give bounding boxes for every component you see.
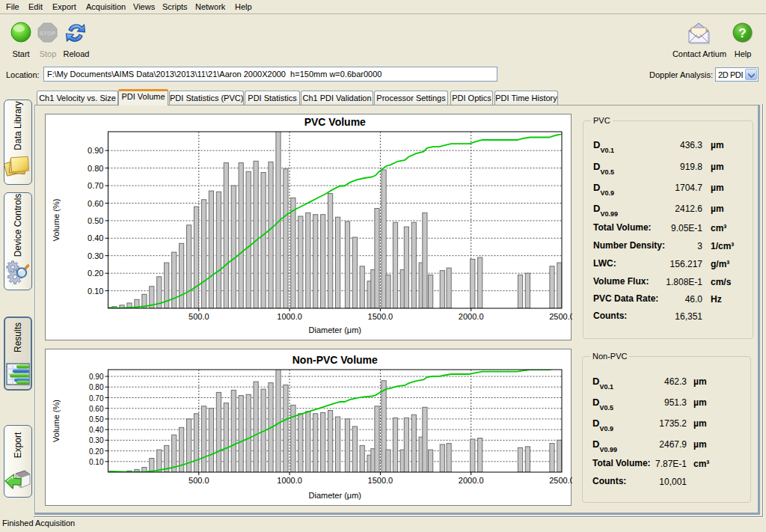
svg-text:Volume (%): Volume (%) — [52, 400, 61, 442]
svg-text:0.40: 0.40 — [88, 233, 103, 242]
svg-text:0.20: 0.20 — [88, 269, 103, 278]
svg-text:1500.0: 1500.0 — [368, 312, 393, 321]
svg-text:?: ? — [738, 26, 746, 40]
svg-text:1000.0: 1000.0 — [277, 312, 302, 321]
svg-text:0.60: 0.60 — [89, 405, 104, 413]
svg-text:0.10: 0.10 — [89, 458, 104, 466]
svg-text:0.80: 0.80 — [88, 164, 103, 173]
svg-text:0.60: 0.60 — [88, 199, 103, 208]
svg-text:0.30: 0.30 — [89, 436, 104, 444]
svg-text:PVC Volume: PVC Volume — [304, 116, 366, 128]
svg-text:0.70: 0.70 — [88, 181, 103, 190]
svg-text:Diameter (μm): Diameter (μm) — [309, 325, 362, 334]
svg-text:0.90: 0.90 — [88, 146, 103, 155]
svg-text:2500.0: 2500.0 — [549, 476, 572, 485]
svg-text:2000.0: 2000.0 — [459, 312, 484, 321]
svg-text:0.50: 0.50 — [88, 216, 103, 225]
svg-text:0.50: 0.50 — [89, 415, 104, 424]
svg-text:2000.0: 2000.0 — [459, 476, 484, 485]
svg-text:0.10: 0.10 — [88, 287, 103, 296]
svg-text:0.20: 0.20 — [89, 447, 104, 456]
svg-text:Non-PVC Volume: Non-PVC Volume — [292, 354, 378, 366]
svg-text:0.40: 0.40 — [89, 426, 104, 434]
svg-text:0.30: 0.30 — [88, 251, 103, 260]
svg-text:500.0: 500.0 — [189, 476, 209, 485]
svg-text:1500.0: 1500.0 — [368, 476, 393, 485]
svg-text:0.70: 0.70 — [89, 394, 104, 403]
svg-text:2500.0: 2500.0 — [549, 312, 572, 321]
svg-text:0.80: 0.80 — [89, 383, 104, 391]
svg-text:1000.0: 1000.0 — [277, 476, 302, 485]
svg-text:Volume (%): Volume (%) — [52, 199, 61, 242]
svg-text:0.90: 0.90 — [89, 373, 104, 381]
svg-text:Diameter (μm): Diameter (μm) — [309, 491, 362, 500]
svg-text:STOP: STOP — [40, 30, 56, 37]
svg-text:500.0: 500.0 — [189, 312, 209, 321]
